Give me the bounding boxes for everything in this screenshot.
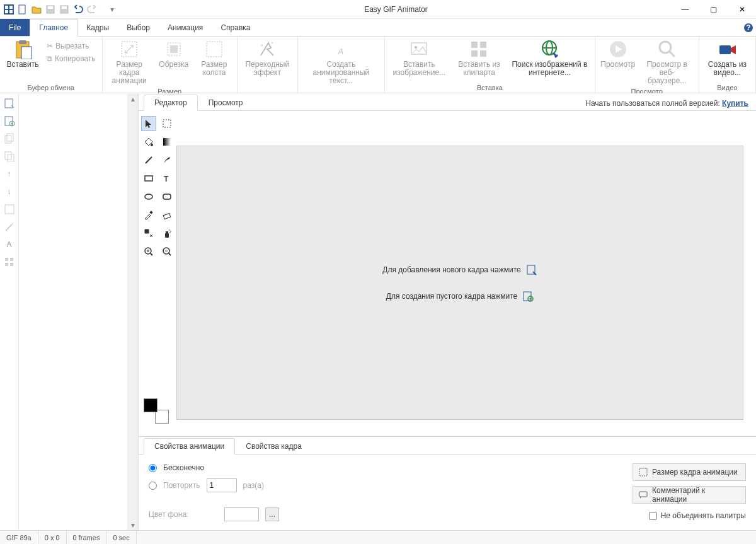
- preview-button[interactable]: Просмотр: [599, 38, 637, 70]
- resize-anim-props-button[interactable]: Размер кадра анимации: [633, 463, 746, 481]
- rect-tool[interactable]: [141, 171, 156, 186]
- brush-tool[interactable]: [159, 153, 175, 168]
- cut-button[interactable]: ✂Вырезать: [44, 40, 98, 52]
- roundrect-tool[interactable]: [159, 189, 175, 204]
- svg-rect-1: [5, 6, 8, 9]
- save-as-icon[interactable]: [58, 3, 71, 16]
- insert-image-button[interactable]: Вставить изображение...: [389, 38, 450, 78]
- transition-label: Переходный эффект: [244, 61, 291, 77]
- ellipse-tool[interactable]: [141, 189, 156, 204]
- undo-icon[interactable]: [72, 3, 84, 16]
- repeat-radio[interactable]: [149, 482, 157, 490]
- redo-icon[interactable]: [86, 3, 98, 16]
- maximize-button[interactable]: ▢: [699, 0, 728, 19]
- svg-rect-76: [639, 468, 647, 476]
- save-icon[interactable]: [44, 3, 57, 16]
- add-frame-from-file-icon[interactable]: [3, 97, 16, 110]
- frame-tool1-icon[interactable]: [3, 203, 16, 216]
- delete-frame-icon[interactable]: [3, 150, 16, 163]
- tab-file[interactable]: File: [0, 19, 30, 36]
- move-down-icon[interactable]: ↓: [3, 185, 16, 198]
- close-button[interactable]: ✕: [728, 0, 756, 19]
- fill-tool[interactable]: [141, 134, 156, 149]
- pointer-tool[interactable]: [141, 116, 156, 131]
- status-time: 0 sec: [106, 531, 136, 544]
- open-icon[interactable]: [30, 3, 43, 16]
- app-icon: [3, 3, 15, 16]
- foreground-color[interactable]: [144, 398, 158, 412]
- line-tool[interactable]: [141, 153, 156, 168]
- frame-text-icon[interactable]: A: [3, 238, 16, 251]
- help-icon[interactable]: ?: [741, 19, 756, 36]
- paste-icon: [13, 39, 33, 59]
- video-icon: [717, 39, 737, 59]
- svg-rect-22: [411, 43, 427, 54]
- eyedropper-tool[interactable]: [141, 207, 156, 223]
- repeat-count-input[interactable]: [207, 478, 237, 492]
- duplicate-frame-icon[interactable]: [3, 132, 16, 145]
- tab-select[interactable]: Выбор: [118, 19, 159, 36]
- text-tool[interactable]: T: [159, 171, 175, 186]
- marquee-tool[interactable]: [159, 116, 175, 131]
- nomerge-checkbox[interactable]: [649, 512, 657, 520]
- from-video-button[interactable]: Создать из видео...: [703, 38, 752, 78]
- svg-rect-13: [19, 40, 26, 44]
- zoomout-tool[interactable]: [159, 244, 175, 259]
- copy-button[interactable]: ⧉Копировать: [44, 53, 98, 64]
- svg-rect-56: [163, 194, 171, 199]
- bgcolor-label: Цвет фона:: [149, 510, 218, 519]
- infinite-radio[interactable]: [149, 464, 157, 472]
- scroll-up-icon[interactable]: ▴: [127, 93, 138, 104]
- transition-button[interactable]: Переходный эффект: [241, 38, 294, 78]
- svg-rect-46: [5, 258, 8, 261]
- minimize-button[interactable]: —: [671, 0, 699, 19]
- move-tool[interactable]: [141, 226, 156, 241]
- tab-help[interactable]: Справка: [212, 19, 259, 36]
- comment-props-button[interactable]: Комментарий к анимации: [633, 486, 746, 504]
- color-swatch[interactable]: [144, 398, 169, 424]
- svg-line-65: [151, 253, 152, 255]
- animtext-button[interactable]: A Создать анимированный текст...: [302, 38, 381, 86]
- svg-text:T: T: [164, 175, 169, 183]
- svg-point-62: [170, 231, 171, 232]
- insert-clipart-button[interactable]: Вставить из клипарта: [452, 38, 507, 78]
- status-frames: 0 frames: [67, 531, 107, 544]
- resize-anim-button[interactable]: Размер кадра анимации: [106, 38, 152, 86]
- svg-rect-50: [163, 120, 171, 127]
- svg-line-52: [146, 157, 152, 163]
- tab-frames[interactable]: Кадры: [77, 19, 118, 36]
- buy-link[interactable]: Купить: [722, 99, 748, 108]
- anim-props-tab[interactable]: Свойства анимации: [144, 438, 235, 454]
- zoomin-tool[interactable]: [141, 244, 156, 259]
- bgcolor-swatch[interactable]: [224, 507, 259, 521]
- spray-tool[interactable]: [159, 226, 175, 241]
- canvas-size-button[interactable]: Размер холста: [195, 38, 233, 78]
- resize-anim-label: Размер кадра анимации: [109, 61, 150, 85]
- gradient-tool[interactable]: [159, 134, 175, 149]
- frame-grid-icon[interactable]: [3, 256, 16, 269]
- frame-props-tab[interactable]: Свойства кадра: [235, 438, 312, 454]
- scroll-down-icon[interactable]: ▾: [127, 519, 138, 530]
- eraser-tool[interactable]: [159, 207, 175, 223]
- frames-scrollbar[interactable]: ▴ ▾: [127, 93, 138, 530]
- tab-home[interactable]: Главное: [30, 19, 77, 37]
- websearch-button[interactable]: Поиск изображений в интернете...: [508, 38, 590, 78]
- bgcolor-picker-button[interactable]: ...: [265, 507, 279, 521]
- qat-dropdown-icon[interactable]: ▾: [106, 3, 118, 16]
- paste-button[interactable]: Вставить: [4, 38, 42, 70]
- add-blank-frame-icon[interactable]: [3, 115, 16, 127]
- move-up-icon[interactable]: ↑: [3, 168, 16, 180]
- editor-tab[interactable]: Редактор: [144, 95, 198, 111]
- crop-button[interactable]: Обрезка: [155, 38, 193, 70]
- tab-animation[interactable]: Анимация: [159, 19, 212, 36]
- preview-tab[interactable]: Просмотр: [198, 95, 254, 110]
- new-icon[interactable]: [16, 3, 29, 16]
- browser-preview-button[interactable]: Просмотр в веб-браузере...: [639, 38, 695, 86]
- resize-anim-icon: [119, 39, 139, 59]
- frame-wizard-icon[interactable]: [3, 221, 16, 233]
- frames-panel: ▴ ▾: [19, 93, 139, 530]
- transition-icon: [257, 39, 277, 59]
- status-bar: GIF 89a 0 x 0 0 frames 0 sec: [0, 530, 756, 544]
- svg-rect-49: [10, 263, 13, 266]
- websearch-label: Поиск изображений в интернете...: [511, 61, 588, 77]
